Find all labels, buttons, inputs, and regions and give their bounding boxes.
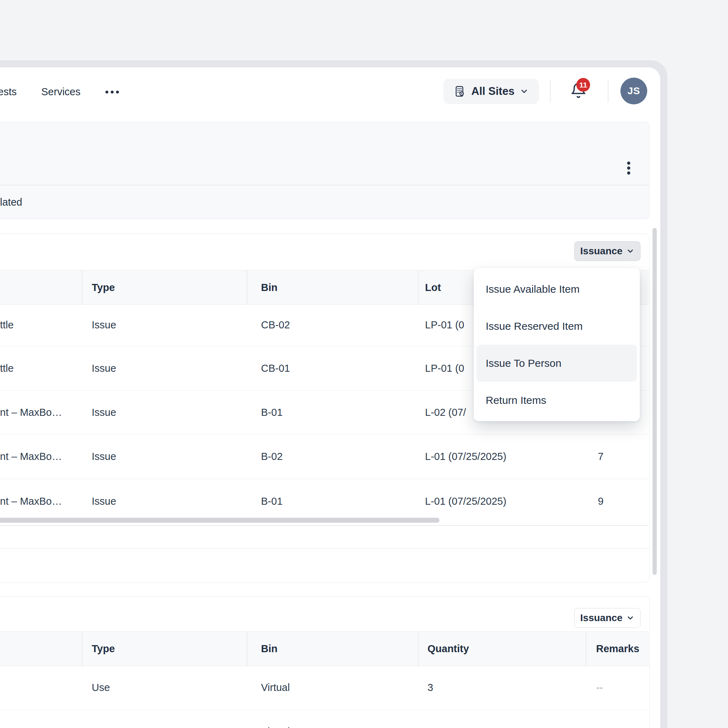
column-separator	[82, 632, 83, 666]
cell-bin: B-01	[261, 479, 283, 524]
notification-badge: 11	[577, 78, 590, 92]
cell-qty: 3	[427, 710, 433, 728]
table-row[interactable]: UseVirtual3	[0, 710, 649, 728]
nav-item-services[interactable]: Services	[41, 86, 80, 98]
horizontal-scrollbar[interactable]	[0, 518, 439, 523]
menu-item-issue-reserved-item[interactable]: Issue Reserved Item	[477, 307, 637, 345]
tab-related-partial[interactable]: lated	[0, 196, 22, 208]
footer-divider	[0, 548, 649, 549]
cell-type: Issue	[92, 346, 116, 390]
vertical-scrollbar[interactable]	[653, 228, 657, 575]
cell-type: Issue	[92, 391, 116, 434]
column-header-type: Type	[92, 632, 115, 666]
cell-lot: L-01 (07/25/2025)	[425, 434, 506, 479]
cell-qty: 9	[598, 479, 604, 524]
cell-item: nt – MaxBo…	[0, 391, 62, 434]
used-table-body: UseVirtual3--UseVirtual3	[0, 665, 649, 728]
column-header-type: Type	[92, 271, 115, 304]
cell-item: ttle	[0, 304, 14, 346]
cell-item: nt – MaxBo…	[0, 479, 62, 524]
app-screen: ests Services All Sites	[0, 0, 728, 728]
cell-item: ttle	[0, 346, 14, 390]
cell-lot: L-02 (07/	[425, 391, 466, 434]
cell-lot: L-01 (07/25/2025)	[425, 479, 506, 524]
issuance-dropdown-menu: Issue Available ItemIssue Reserved ItemI…	[474, 268, 640, 421]
used-table-header: TypeBinQuantityRemarks	[0, 632, 649, 666]
cell-bin: Virtual	[261, 710, 290, 728]
topbar-divider	[550, 80, 551, 102]
menu-item-issue-to-person[interactable]: Issue To Person	[477, 345, 637, 382]
panel-divider	[0, 185, 649, 185]
nav-more-icon[interactable]	[106, 91, 119, 93]
column-header-remarks: Remarks	[596, 632, 639, 666]
column-header-lot: Lot	[425, 271, 441, 304]
table-row[interactable]: UseVirtual3--	[0, 665, 649, 710]
cell-qty: 3	[427, 665, 433, 709]
cell-type: Use	[92, 665, 110, 709]
issuance-button-issued[interactable]: Issuance	[574, 241, 641, 261]
user-avatar[interactable]: JS	[621, 78, 647, 104]
cell-bin: Virtual	[261, 665, 290, 709]
column-separator	[418, 271, 419, 304]
column-separator	[246, 271, 247, 304]
cell-lot: LP-01 (0	[425, 304, 464, 346]
cell-type: Issue	[92, 479, 116, 524]
cell-lot: LP-01 (0	[425, 346, 464, 390]
record-header-panel	[0, 122, 650, 219]
topbar-divider	[608, 80, 609, 102]
cell-bin: CB-01	[261, 346, 290, 390]
cell-item: nt – MaxBo…	[0, 434, 62, 479]
cell-remarks: --	[596, 665, 603, 709]
column-separator	[586, 632, 586, 666]
building-location-icon	[454, 85, 466, 98]
column-separator	[82, 271, 83, 304]
issuance-button-used[interactable]: Issuance	[574, 608, 641, 628]
table-row[interactable]: nt – MaxBo…IssueB-01L-01 (07/25/2025)9	[0, 479, 649, 524]
cell-bin: CB-02	[261, 304, 290, 346]
column-header-bin: Bin	[261, 271, 278, 304]
cell-type: Issue	[92, 434, 116, 479]
menu-item-issue-available-item[interactable]: Issue Available Item	[477, 271, 637, 307]
cell-type: Use	[92, 710, 110, 728]
table-row[interactable]: nt – MaxBo…IssueB-02L-01 (07/25/2025)7	[0, 434, 649, 479]
issuance-button-label: Issuance	[580, 612, 622, 624]
column-separator	[246, 632, 247, 666]
nav-item-partial[interactable]: ests	[0, 86, 17, 98]
chevron-down-icon	[520, 87, 529, 96]
cell-type: Issue	[92, 304, 116, 346]
table-bottom-border	[0, 525, 649, 526]
column-separator	[418, 632, 419, 666]
more-actions-icon[interactable]	[625, 159, 632, 177]
cell-qty: 7	[598, 434, 604, 479]
site-selector-label: All Sites	[471, 85, 514, 98]
cell-bin: B-02	[261, 434, 283, 479]
issuance-button-label: Issuance	[580, 245, 622, 257]
menu-item-return-items[interactable]: Return Items	[477, 382, 637, 419]
column-header-bin: Bin	[261, 632, 278, 666]
column-header-qty: Quantity	[427, 632, 469, 666]
cell-bin: B-01	[261, 391, 283, 434]
site-selector-button[interactable]: All Sites	[444, 79, 539, 104]
